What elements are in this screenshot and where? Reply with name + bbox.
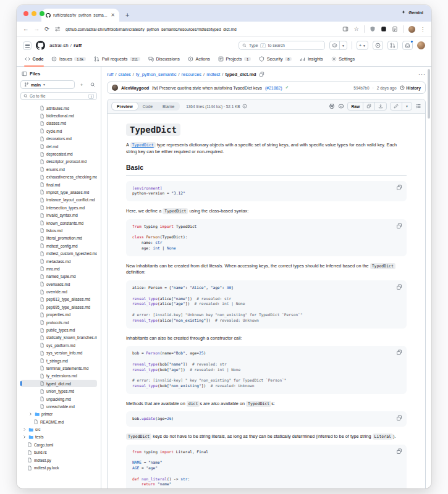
copy-code-icon[interactable] xyxy=(396,284,402,290)
tree-file-invalid_syntax.md[interactable]: invalid_syntax.md xyxy=(20,211,97,219)
breadcrumb-link-mdtest[interactable]: mdtest xyxy=(206,72,220,77)
tree-file-cycle.md[interactable]: cycle.md xyxy=(20,127,97,135)
copilot-file-icon[interactable] xyxy=(338,103,344,109)
tree-file-named_tuple.md[interactable]: named_tuple.md xyxy=(20,273,97,280)
nav-tab-settings[interactable]: Settings xyxy=(328,53,358,66)
edit-pencil-button[interactable] xyxy=(391,103,402,110)
tree-file-typed_dict.md[interactable]: typed_dict.md xyxy=(20,380,97,387)
tree-file-Cargo.toml[interactable]: Cargo.toml xyxy=(20,441,97,448)
tree-file-sys_version_info.md[interactable]: sys_version_info.md xyxy=(20,350,97,357)
gemini-button[interactable]: Gemini xyxy=(401,10,423,15)
tree-file-intersection_types.md[interactable]: intersection_types.md xyxy=(20,204,97,211)
page-scrollbar-thumb[interactable] xyxy=(428,69,430,119)
tree-file-properties.md[interactable]: properties.md xyxy=(20,311,97,319)
tree-file-bidirectional.md[interactable]: bidirectional.md xyxy=(20,112,97,119)
raw-button[interactable]: Raw xyxy=(348,103,363,110)
tree-file-override.md[interactable]: override.md xyxy=(20,288,97,295)
org-link[interactable]: astral-sh xyxy=(49,43,69,48)
tree-file-mro.md[interactable]: mro.md xyxy=(20,265,97,272)
nav-tab-code[interactable]: Code xyxy=(22,53,46,66)
tree-file-mdtest.py[interactable]: mdtest.py xyxy=(20,456,97,464)
tree-file-mdtest_custom_typeshed.md[interactable]: mdtest_custom_typeshed.md xyxy=(20,249,97,257)
info-icon[interactable] xyxy=(242,104,247,109)
commit-author[interactable]: AlexWaygood xyxy=(121,86,149,90)
tree-file-unreachable.md[interactable]: unreachable.md xyxy=(20,403,97,410)
tree-file-final.md[interactable]: final.md xyxy=(20,181,97,188)
extension-shield-icon[interactable] xyxy=(370,26,376,32)
reload-button[interactable]: ⟳ xyxy=(44,26,49,32)
bookmark-star-icon[interactable]: ☆ xyxy=(353,26,359,32)
copilot-button[interactable]: ▼ xyxy=(329,41,347,50)
tree-file-pep613_type_aliases.md[interactable]: pep613_type_aliases.md xyxy=(20,296,97,303)
add-file-button[interactable]: + xyxy=(77,80,86,89)
file-options-kebab[interactable]: ··· xyxy=(418,71,426,77)
breadcrumb-link-ruff[interactable]: ruff xyxy=(107,72,114,77)
nav-tab-issues[interactable]: Issues1.6k xyxy=(48,53,89,66)
tree-file-mdtest.py.lock[interactable]: mdtest.py.lock xyxy=(20,464,97,471)
tree-file-ty_extensions.md[interactable]: ty_extensions.md xyxy=(20,372,97,380)
tree-file-sys_platform.md[interactable]: sys_platform.md xyxy=(20,341,97,349)
commit-pr-link[interactable]: (#21882) xyxy=(265,86,282,90)
notifications-inbox-button[interactable] xyxy=(402,41,413,50)
copy-raw-button[interactable] xyxy=(363,103,374,110)
copy-code-icon[interactable] xyxy=(396,185,402,191)
tree-file-del.md[interactable]: del.md xyxy=(20,143,97,150)
tree-file-descriptor_protocol.md[interactable]: descriptor_protocol.md xyxy=(20,158,97,165)
address-url[interactable]: github.com/astral-sh/ruff/blob/main/crat… xyxy=(66,27,338,31)
checks-passed-icon[interactable]: ✓ xyxy=(285,85,289,90)
tree-file-metaclass.md[interactable]: metaclass.md xyxy=(20,257,97,265)
outline-icon[interactable] xyxy=(415,103,421,109)
tree-file-README.md[interactable]: README.md xyxy=(20,418,97,425)
github-logo[interactable] xyxy=(36,41,45,50)
tree-file-attributes.md[interactable]: attributes.md xyxy=(20,104,97,112)
tree-file-t_strings.md[interactable]: t_strings.md xyxy=(20,357,97,364)
go-to-file-input[interactable]: Go to file t xyxy=(20,92,97,100)
view-tab-blame[interactable]: Blame xyxy=(158,103,179,110)
copy-code-icon[interactable] xyxy=(396,415,402,421)
view-tab-preview[interactable]: Preview xyxy=(112,103,138,110)
tree-file-classes.md[interactable]: classes.md xyxy=(20,120,97,127)
chrome-menu-icon[interactable]: ⋮ xyxy=(420,27,425,32)
new-tab-button[interactable]: + xyxy=(125,12,129,19)
site-settings-icon[interactable] xyxy=(54,26,61,32)
history-button[interactable]: History xyxy=(400,85,421,90)
close-window-button[interactable] xyxy=(23,11,28,16)
tree-file-enums.md[interactable]: enums.md xyxy=(20,165,97,173)
copy-code-icon[interactable] xyxy=(396,448,402,454)
tree-file-decorators.md[interactable]: decorators.md xyxy=(20,135,97,143)
maximize-window-button[interactable] xyxy=(40,11,44,16)
copy-code-icon[interactable] xyxy=(396,223,402,229)
branch-selector[interactable]: main ▼ xyxy=(20,80,75,89)
tree-file-union_types.md[interactable]: union_types.md xyxy=(20,387,97,395)
copy-code-icon[interactable] xyxy=(396,350,402,356)
view-tab-code[interactable]: Code xyxy=(138,103,158,110)
tree-file-exhaustiveness_checking.md[interactable]: exhaustiveness_checking.md xyxy=(20,174,97,181)
back-button[interactable]: ← xyxy=(23,26,29,32)
breadcrumb-link-crates[interactable]: crates xyxy=(119,72,131,77)
extension-dark-icon[interactable] xyxy=(381,26,387,32)
tree-file-pep695_type_aliases.md[interactable]: pep695_type_aliases.md xyxy=(20,303,97,311)
tree-file-mdtest_config.md[interactable]: mdtest_config.md xyxy=(20,242,97,249)
search-tree-button[interactable] xyxy=(88,80,97,89)
nav-tab-projects[interactable]: Projects1 xyxy=(215,53,254,66)
tree-folder-src[interactable]: src xyxy=(20,425,97,433)
tree-file-instance_layout_conflict.md[interactable]: instance_layout_conflict.md xyxy=(20,196,97,204)
tree-file-statically_known_branches.md[interactable]: statically_known_branches.md xyxy=(20,334,97,341)
tree-file-unpacking.md[interactable]: unpacking.md xyxy=(20,395,97,403)
commit-message[interactable]: [ty] Preserve quoting style when autofix… xyxy=(152,86,262,90)
download-button[interactable] xyxy=(374,103,386,110)
minimize-window-button[interactable] xyxy=(32,11,36,16)
browser-profile-avatar[interactable] xyxy=(408,26,415,33)
nav-tab-insights[interactable]: Insights xyxy=(297,53,326,66)
tree-file-build.rs[interactable]: build.rs xyxy=(20,449,97,456)
tree-file-liskov.md[interactable]: liskov.md xyxy=(20,227,97,234)
global-search-input[interactable]: Type / to search xyxy=(239,41,325,50)
tree-file-implicit_type_aliases.md[interactable]: implicit_type_aliases.md xyxy=(20,188,97,196)
tree-file-known_constants.md[interactable]: known_constants.md xyxy=(20,219,97,227)
commit-author-avatar[interactable] xyxy=(112,85,118,91)
tree-file-protocols.md[interactable]: protocols.md xyxy=(20,319,97,326)
nav-tab-security[interactable]: Security8 xyxy=(256,53,295,66)
tree-file-deprecated.md[interactable]: deprecated.md xyxy=(20,150,97,157)
pull-requests-header-button[interactable] xyxy=(387,41,398,50)
side-panel-collapse-icon[interactable] xyxy=(22,71,27,77)
